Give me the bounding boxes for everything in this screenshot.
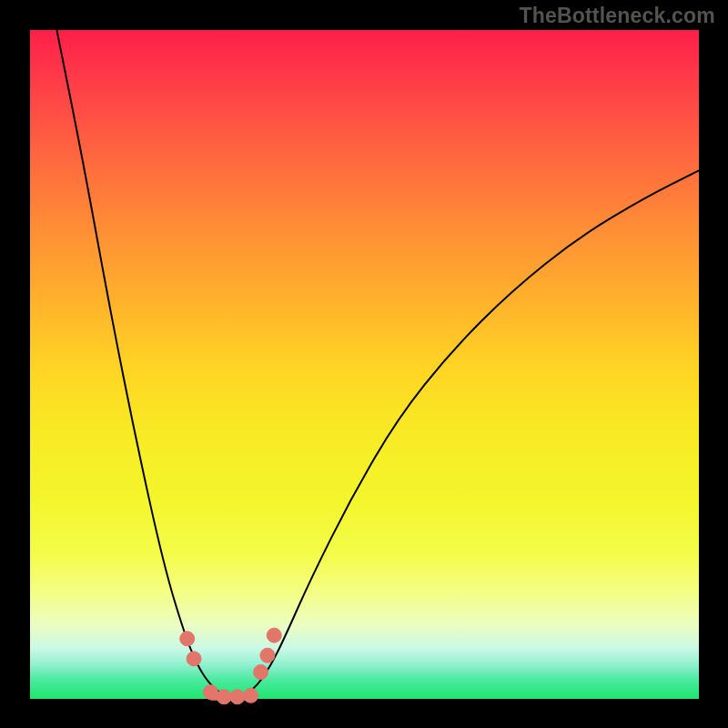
- marker-dot: [217, 690, 231, 704]
- curve-svg: [30, 30, 699, 699]
- marker-group: [180, 628, 282, 704]
- plot-area: [30, 30, 699, 699]
- watermark-text: TheBottleneck.com: [519, 4, 715, 28]
- chart-frame: TheBottleneck.com: [0, 0, 728, 728]
- marker-dot: [244, 688, 258, 703]
- marker-dot: [187, 652, 201, 666]
- marker-dot: [267, 628, 281, 642]
- marker-dot: [180, 632, 195, 646]
- marker-dot: [203, 685, 217, 700]
- marker-dot: [230, 690, 245, 704]
- marker-dot: [260, 648, 275, 662]
- bottleneck-curve: [56, 30, 699, 698]
- marker-dot: [254, 665, 268, 680]
